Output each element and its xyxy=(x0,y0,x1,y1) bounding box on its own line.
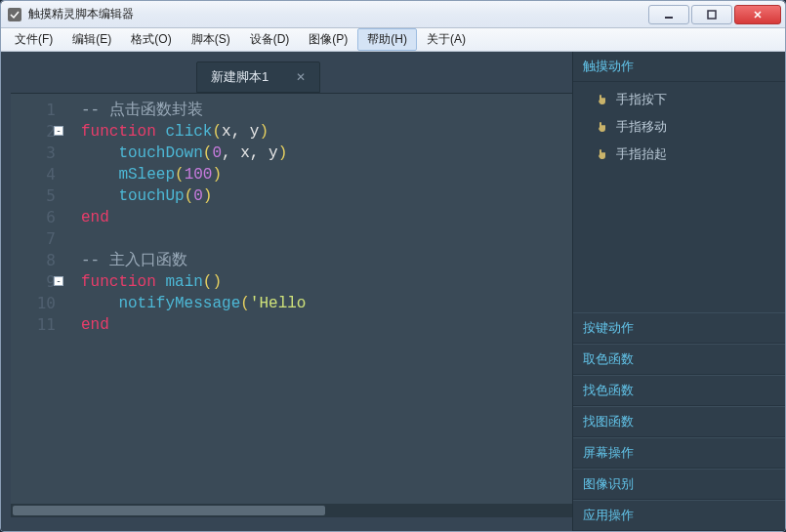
code-line[interactable]: -- 主入口函数 xyxy=(81,250,572,271)
menu-item[interactable]: 帮助(H) xyxy=(357,28,417,51)
horizontal-scrollbar[interactable] xyxy=(11,504,572,517)
code-line[interactable]: end xyxy=(81,314,572,336)
svg-rect-1 xyxy=(665,17,673,19)
code-line[interactable]: mSleep(100) xyxy=(81,164,572,185)
gutter-line: 7 xyxy=(11,228,56,250)
panel-group-content: 手指按下手指移动手指抬起 xyxy=(573,82,785,176)
panel-item-label: 手指按下 xyxy=(616,91,667,108)
gutter-line: 8 xyxy=(11,250,56,271)
side-panel: 触摸动作手指按下手指移动手指抬起按键动作取色函数找色函数找图函数屏幕操作图像识别… xyxy=(572,52,785,531)
menubar: 文件(F)编辑(E)格式(O)脚本(S)设备(D)图像(P)帮助(H)关于(A) xyxy=(1,28,785,52)
close-button[interactable] xyxy=(734,5,781,24)
main-area: 新建脚本1 ✕ 12-3456789-1011 -- 点击函数封装functio… xyxy=(1,52,785,531)
code-line[interactable]: touchDown(0, x, y) xyxy=(81,143,572,164)
panel-group-header[interactable]: 图像识别 xyxy=(573,469,785,500)
menu-item[interactable]: 关于(A) xyxy=(417,28,476,51)
gutter-line: 1 xyxy=(11,100,56,121)
code-line[interactable]: touchUp(0) xyxy=(81,185,572,207)
tab-label: 新建脚本1 xyxy=(211,68,269,86)
code-line[interactable]: -- 点击函数封装 xyxy=(81,100,572,121)
code-line[interactable] xyxy=(81,228,572,250)
menu-item[interactable]: 编辑(E) xyxy=(62,28,121,51)
gutter-line: 11 xyxy=(11,314,56,336)
panel-group-header[interactable]: 找色函数 xyxy=(573,375,785,406)
code-editor[interactable]: 12-3456789-1011 -- 点击函数封装function click(… xyxy=(11,93,572,517)
window-title: 触摸精灵脚本编辑器 xyxy=(28,6,648,22)
menu-item[interactable]: 设备(D) xyxy=(240,28,300,51)
code-text[interactable]: -- 点击函数封装function click(x, y) touchDown(… xyxy=(65,94,572,517)
code-line[interactable]: function click(x, y) xyxy=(81,121,572,143)
panel-group-header[interactable]: 按键动作 xyxy=(573,312,785,344)
fold-toggle-icon[interactable]: - xyxy=(54,276,63,286)
hand-icon xyxy=(597,94,608,105)
gutter-line: 6 xyxy=(11,207,56,228)
menu-item[interactable]: 文件(F) xyxy=(5,28,62,51)
panel-group-header[interactable]: 屏幕操作 xyxy=(573,437,785,469)
gutter-line: 2- xyxy=(11,121,56,143)
menu-item[interactable]: 图像(P) xyxy=(299,28,357,51)
code-line[interactable]: notifyMessage('Hello xyxy=(81,293,572,314)
tab-script[interactable]: 新建脚本1 ✕ xyxy=(196,61,320,93)
menu-item[interactable]: 脚本(S) xyxy=(182,28,240,51)
panel-group-header[interactable]: 取色函数 xyxy=(573,344,785,375)
code-line[interactable]: end xyxy=(81,207,572,228)
menu-item[interactable]: 格式(O) xyxy=(121,28,181,51)
titlebar: 触摸精灵脚本编辑器 xyxy=(1,1,785,28)
gutter: 12-3456789-1011 xyxy=(11,94,65,517)
panel-item-label: 手指移动 xyxy=(616,118,667,136)
scrollbar-thumb[interactable] xyxy=(13,506,325,515)
gutter-line: 5 xyxy=(11,185,56,207)
panel-item[interactable]: 手指移动 xyxy=(573,113,785,141)
panel-item-label: 手指抬起 xyxy=(616,145,667,163)
panel-group-header[interactable]: 触摸动作 xyxy=(573,52,785,82)
code-line[interactable]: function main() xyxy=(81,271,572,293)
app-icon xyxy=(7,7,22,22)
svg-rect-2 xyxy=(708,11,716,19)
hand-icon xyxy=(597,121,608,133)
panel-group-header[interactable]: 应用操作 xyxy=(573,500,785,531)
panel-spacer xyxy=(573,176,785,312)
fold-toggle-icon[interactable]: - xyxy=(54,126,63,136)
minimize-button[interactable] xyxy=(648,5,689,24)
tab-strip: 新建脚本1 ✕ xyxy=(11,61,572,93)
gutter-line: 3 xyxy=(11,143,56,164)
panel-item[interactable]: 手指抬起 xyxy=(573,141,785,168)
panel-group-header[interactable]: 找图函数 xyxy=(573,406,785,437)
gutter-line: 4 xyxy=(11,164,56,185)
tab-close-icon[interactable]: ✕ xyxy=(296,70,306,84)
hand-icon xyxy=(597,148,608,160)
maximize-button[interactable] xyxy=(691,5,732,24)
svg-rect-0 xyxy=(8,8,21,21)
gutter-line: 9- xyxy=(11,271,56,293)
editor-area: 新建脚本1 ✕ 12-3456789-1011 -- 点击函数封装functio… xyxy=(1,52,572,531)
window-controls xyxy=(648,5,781,24)
gutter-line: 10 xyxy=(11,293,56,314)
panel-item[interactable]: 手指按下 xyxy=(573,86,785,113)
